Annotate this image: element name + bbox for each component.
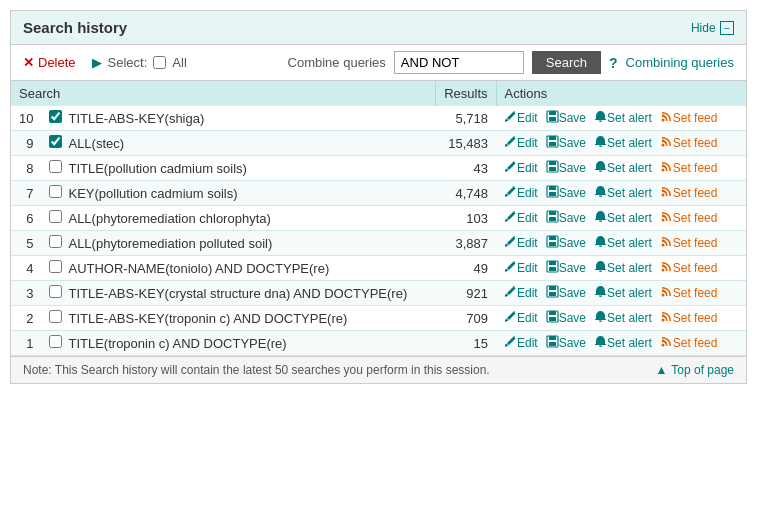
results-cell: 5,718 xyxy=(436,106,496,131)
col-search: Search xyxy=(11,81,436,106)
table-row: 6ALL(phytoremediation chlorophyta)103Edi… xyxy=(11,206,746,231)
row-checkbox[interactable] xyxy=(49,110,62,123)
svg-rect-14 xyxy=(549,192,556,196)
row-checkbox[interactable] xyxy=(49,285,62,298)
feed-link[interactable]: Set feed xyxy=(673,111,718,125)
feed-link[interactable]: Set feed xyxy=(673,311,718,325)
col-results: Results xyxy=(436,81,496,106)
alert-link[interactable]: Set alert xyxy=(607,111,652,125)
feed-link[interactable]: Set feed xyxy=(673,211,718,225)
svg-point-19 xyxy=(661,219,664,222)
row-checkbox[interactable] xyxy=(49,135,62,148)
row-checkbox[interactable] xyxy=(49,210,62,223)
svg-rect-1 xyxy=(549,111,556,115)
delete-button[interactable]: ✕ Delete xyxy=(23,55,76,70)
table-row: 9ALL(stec)15,483EditSaveSet alertSet fee… xyxy=(11,131,746,156)
panel-title: Search history xyxy=(23,19,127,36)
search-cell: TITLE-ABS-KEY(crystal structure dna) AND… xyxy=(41,281,435,306)
footer-note: Note: This Search history will contain t… xyxy=(23,363,490,377)
table-row: 4AUTHOR-NAME(toniolo) AND DOCTYPE(re)49E… xyxy=(11,256,746,281)
save-link[interactable]: Save xyxy=(559,261,586,275)
top-of-page-link[interactable]: ▲ Top of page xyxy=(655,363,734,377)
search-button[interactable]: Search xyxy=(532,51,601,74)
feed-link[interactable]: Set feed xyxy=(673,161,718,175)
svg-rect-2 xyxy=(549,117,556,121)
row-checkbox[interactable] xyxy=(49,185,62,198)
feed-link[interactable]: Set feed xyxy=(673,236,718,250)
row-checkbox[interactable] xyxy=(49,335,62,348)
save-link[interactable]: Save xyxy=(559,236,586,250)
search-query-text: ALL(stec) xyxy=(68,136,124,151)
edit-link[interactable]: Edit xyxy=(517,211,538,225)
save-link[interactable]: Save xyxy=(559,286,586,300)
hide-label: Hide xyxy=(691,21,716,35)
row-number: 5 xyxy=(11,231,41,256)
feed-link[interactable]: Set feed xyxy=(673,136,718,150)
save-link[interactable]: Save xyxy=(559,186,586,200)
panel-header: Search history Hide − xyxy=(11,11,746,45)
svg-rect-22 xyxy=(549,242,556,246)
alert-link[interactable]: Set alert xyxy=(607,236,652,250)
feed-link[interactable]: Set feed xyxy=(673,186,718,200)
alert-link[interactable]: Set alert xyxy=(607,136,652,150)
results-cell: 3,887 xyxy=(436,231,496,256)
x-icon: ✕ xyxy=(23,55,34,70)
actions-cell: EditSaveSet alertSet feed xyxy=(496,131,746,156)
edit-link[interactable]: Edit xyxy=(517,236,538,250)
edit-link[interactable]: Edit xyxy=(517,286,538,300)
combine-queries-input[interactable] xyxy=(394,51,524,74)
save-link[interactable]: Save xyxy=(559,336,586,350)
alert-link[interactable]: Set alert xyxy=(607,161,652,175)
edit-link[interactable]: Edit xyxy=(517,161,538,175)
results-cell: 49 xyxy=(436,256,496,281)
alert-link[interactable]: Set alert xyxy=(607,261,652,275)
actions-cell: EditSaveSet alertSet feed xyxy=(496,331,746,356)
save-link[interactable]: Save xyxy=(559,111,586,125)
save-icon xyxy=(546,235,559,251)
edit-icon xyxy=(504,285,517,301)
alert-link[interactable]: Set alert xyxy=(607,186,652,200)
edit-link[interactable]: Edit xyxy=(517,311,538,325)
row-checkbox[interactable] xyxy=(49,260,62,273)
row-checkbox[interactable] xyxy=(49,310,62,323)
col-actions: Actions xyxy=(496,81,746,106)
save-link[interactable]: Save xyxy=(559,161,586,175)
edit-link[interactable]: Edit xyxy=(517,111,538,125)
hide-button[interactable]: Hide − xyxy=(691,21,734,35)
alert-link[interactable]: Set alert xyxy=(607,211,652,225)
search-query-text: ALL(phytoremediation chlorophyta) xyxy=(68,211,270,226)
edit-icon xyxy=(504,235,517,251)
alert-icon xyxy=(594,335,607,351)
help-icon[interactable]: ? xyxy=(609,55,618,71)
search-query-text: TITLE-ABS-KEY(troponin c) AND DOCTYPE(re… xyxy=(68,311,347,326)
edit-icon xyxy=(504,310,517,326)
row-checkbox[interactable] xyxy=(49,235,62,248)
combining-queries-link[interactable]: Combining queries xyxy=(626,55,734,70)
edit-link[interactable]: Edit xyxy=(517,136,538,150)
arrow-icon: ▶ xyxy=(92,55,102,70)
save-link[interactable]: Save xyxy=(559,311,586,325)
save-link[interactable]: Save xyxy=(559,211,586,225)
edit-link[interactable]: Edit xyxy=(517,261,538,275)
alert-link[interactable]: Set alert xyxy=(607,311,652,325)
row-checkbox[interactable] xyxy=(49,160,62,173)
edit-link[interactable]: Edit xyxy=(517,336,538,350)
select-all-checkbox[interactable] xyxy=(153,56,166,69)
feed-icon xyxy=(660,110,673,126)
svg-rect-18 xyxy=(549,217,556,221)
svg-point-3 xyxy=(661,119,664,122)
svg-rect-26 xyxy=(549,267,556,271)
save-link[interactable]: Save xyxy=(559,136,586,150)
edit-link[interactable]: Edit xyxy=(517,186,538,200)
alert-link[interactable]: Set alert xyxy=(607,286,652,300)
select-row: ▶ Select: All xyxy=(92,55,187,70)
search-query-text: TITLE-ABS-KEY(shiga) xyxy=(68,111,204,126)
feed-link[interactable]: Set feed xyxy=(673,261,718,275)
alert-link[interactable]: Set alert xyxy=(607,336,652,350)
save-icon xyxy=(546,210,559,226)
svg-rect-10 xyxy=(549,167,556,171)
row-number: 3 xyxy=(11,281,41,306)
feed-icon xyxy=(660,135,673,151)
feed-link[interactable]: Set feed xyxy=(673,286,718,300)
feed-link[interactable]: Set feed xyxy=(673,336,718,350)
